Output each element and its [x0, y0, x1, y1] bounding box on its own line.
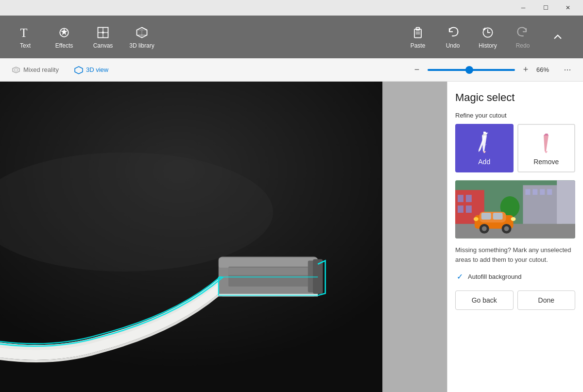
- svg-text:T: T: [20, 26, 28, 39]
- history-icon: [480, 25, 496, 40]
- svg-rect-49: [481, 213, 491, 220]
- svg-rect-42: [540, 189, 545, 195]
- canvas-area[interactable]: [0, 82, 447, 392]
- zoom-percent-display: 66%: [536, 66, 556, 73]
- svg-marker-27: [483, 151, 486, 153]
- svg-point-56: [474, 217, 479, 221]
- toolbar-item-canvas[interactable]: Canvas: [86, 19, 120, 54]
- redo-icon: [515, 25, 531, 40]
- collapse-icon: [550, 29, 566, 45]
- redo-label: Redo: [516, 42, 530, 49]
- svg-rect-35: [458, 195, 463, 202]
- paste-label: Paste: [411, 42, 426, 49]
- zoom-slider[interactable]: [428, 69, 515, 71]
- toolbar-effects-label: Effects: [55, 42, 73, 49]
- mixed-reality-icon: [12, 66, 20, 74]
- secondary-toolbar: Mixed reality 3D view − + 66% ···: [0, 58, 583, 82]
- svg-rect-17: [219, 257, 318, 267]
- more-options-button[interactable]: ···: [560, 62, 575, 78]
- toolbar-item-collapse[interactable]: [540, 19, 575, 54]
- refine-buttons-group: Add Remove: [455, 124, 575, 172]
- svg-rect-41: [532, 189, 537, 195]
- svg-point-55: [511, 217, 516, 221]
- toolbar-item-paste[interactable]: Paste: [400, 19, 435, 54]
- add-button[interactable]: Add: [455, 124, 514, 172]
- svg-point-54: [504, 226, 509, 231]
- svg-marker-30: [545, 151, 548, 153]
- svg-rect-43: [547, 189, 552, 195]
- done-button[interactable]: Done: [517, 290, 576, 310]
- main-area: Magic select Refine your cutout Add: [0, 82, 583, 392]
- add-pencil-icon: [476, 131, 493, 154]
- cutout-preview: [455, 180, 575, 239]
- svg-rect-50: [493, 213, 503, 220]
- mixed-reality-label: Mixed reality: [23, 66, 59, 73]
- svg-marker-25: [482, 134, 487, 151]
- paste-icon: [410, 25, 426, 40]
- svg-rect-5: [102, 32, 104, 34]
- info-text: Missing something? Mark any unselected a…: [455, 245, 575, 264]
- svg-marker-28: [544, 134, 549, 151]
- toolbar-item-text[interactable]: T Text: [8, 19, 43, 54]
- main-toolbar: T Text Effects Canvas: [0, 16, 583, 58]
- svg-rect-23: [382, 82, 447, 392]
- action-buttons-group: Go back Done: [455, 290, 575, 310]
- toolbar-right-group: Paste Undo History: [400, 19, 575, 54]
- remove-button-label: Remove: [533, 158, 559, 166]
- canvas-icon: [95, 25, 111, 40]
- toolbar-3dlibrary-label: 3D library: [129, 42, 154, 49]
- remove-pencil-icon: [537, 131, 555, 154]
- svg-rect-38: [466, 205, 472, 213]
- toolbar-item-3dlibrary[interactable]: 3D library: [124, 19, 159, 54]
- 3dlibrary-icon: [134, 25, 150, 40]
- autofill-row[interactable]: ✓ Autofill background: [455, 272, 575, 281]
- preview-image: [455, 180, 575, 239]
- toolbar-canvas-label: Canvas: [93, 42, 113, 49]
- zoom-slider-thumb: [465, 66, 473, 74]
- 3d-view-button[interactable]: 3D view: [70, 64, 112, 76]
- toolbar-item-redo[interactable]: Redo: [505, 19, 540, 54]
- maximize-button[interactable]: ☐: [534, 0, 557, 16]
- 3d-view-label: 3D view: [86, 66, 108, 73]
- right-panel: Magic select Refine your cutout Add: [447, 82, 583, 392]
- zoom-out-button[interactable]: −: [410, 63, 424, 77]
- text-icon: T: [17, 25, 33, 40]
- svg-point-52: [482, 226, 487, 231]
- add-button-label: Add: [478, 158, 490, 166]
- toolbar-item-effects[interactable]: Effects: [47, 19, 82, 54]
- 3dview-icon: [74, 66, 83, 74]
- svg-marker-29: [544, 134, 549, 136]
- svg-rect-37: [458, 205, 463, 213]
- svg-rect-44: [557, 180, 575, 224]
- svg-rect-19: [228, 268, 318, 275]
- minimize-button[interactable]: ─: [512, 0, 534, 16]
- remove-button[interactable]: Remove: [517, 124, 576, 172]
- svg-point-11: [14, 68, 18, 71]
- svg-marker-12: [75, 67, 83, 74]
- effects-icon: [56, 25, 72, 40]
- zoom-controls: − + 66% ···: [410, 62, 575, 78]
- close-button[interactable]: ✕: [557, 0, 579, 16]
- svg-rect-36: [466, 195, 472, 202]
- go-back-button[interactable]: Go back: [455, 290, 514, 310]
- undo-icon: [445, 25, 461, 40]
- autofill-label: Autofill background: [468, 273, 522, 280]
- history-label: History: [479, 42, 497, 49]
- autofill-checkbox[interactable]: ✓: [455, 272, 464, 281]
- canvas-drawing: [0, 82, 447, 392]
- undo-label: Undo: [446, 42, 460, 49]
- svg-rect-33: [455, 224, 575, 239]
- panel-title: Magic select: [455, 91, 575, 104]
- toolbar-item-history[interactable]: History: [470, 19, 505, 54]
- toolbar-item-undo[interactable]: Undo: [435, 19, 470, 54]
- refine-section-label: Refine your cutout: [455, 112, 575, 119]
- svg-rect-40: [525, 189, 530, 195]
- zoom-in-button[interactable]: +: [519, 63, 532, 77]
- mixed-reality-button[interactable]: Mixed reality: [8, 64, 63, 76]
- toolbar-text-label: Text: [20, 42, 31, 49]
- title-bar: ─ ☐ ✕: [0, 0, 583, 16]
